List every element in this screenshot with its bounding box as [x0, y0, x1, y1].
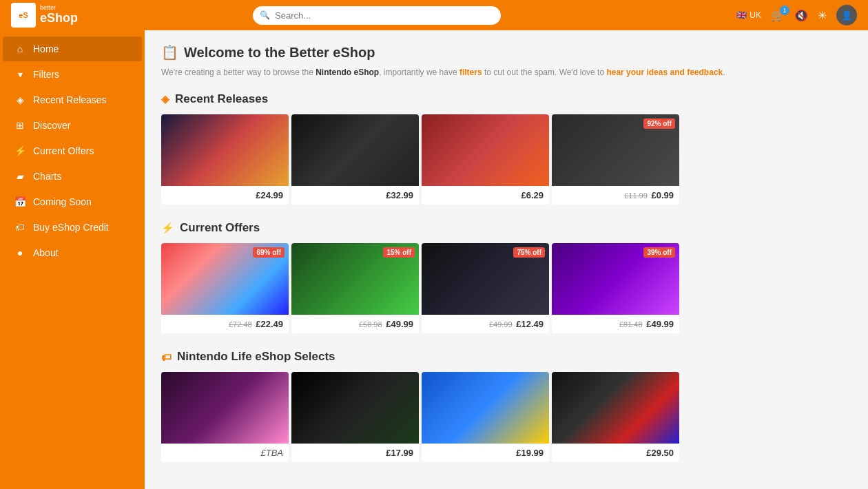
desc-suffix: to cut out the spam. We'd love to: [482, 67, 607, 77]
cart-button[interactable]: 🛒 1: [771, 9, 785, 22]
game-image-powerrangers: [552, 372, 679, 444]
sidebar-item-about[interactable]: ● About: [3, 240, 142, 265]
game-image-anime1: [161, 372, 289, 444]
price-value-mariokart: £22.49: [256, 319, 283, 329]
sidebar: ⌂ Home ▾ Filters ◈ Recent Releases ⊞ Dis…: [0, 30, 145, 489]
game-image-ys: [161, 114, 289, 186]
recent-releases-icon: ◈: [161, 93, 169, 105]
sidebar-item-home[interactable]: ⌂ Home: [3, 37, 142, 61]
search-icon: 🔍: [260, 10, 270, 20]
sidebar-label-offers: Current Offers: [33, 145, 94, 156]
currency-label: UK: [750, 10, 761, 20]
logo-eshop: eShop: [40, 11, 78, 25]
filters-link[interactable]: filters: [459, 67, 482, 77]
sidebar-label-about: About: [33, 247, 59, 258]
old-price-mariokart: £72.48: [229, 320, 252, 329]
old-price-luigis: £58.98: [359, 320, 382, 329]
price-value-ys: £24.99: [256, 190, 283, 200]
filters-icon: ▾: [14, 69, 26, 80]
logo[interactable]: eS better eShop: [11, 3, 135, 28]
user-avatar[interactable]: 👤: [836, 5, 857, 25]
game-price-antblast: £17.99: [291, 444, 419, 462]
game-image-military: 92% off: [552, 114, 679, 186]
selects-grid-wrapper: £TBA £17.99: [161, 372, 851, 465]
game-card-arcade[interactable]: £6.29: [422, 114, 549, 205]
sidebar-label-charts: Charts: [33, 171, 61, 182]
price-value-military: £0.99: [651, 190, 674, 200]
game-price-ys: £24.99: [161, 186, 289, 205]
cart-badge: 1: [780, 6, 789, 15]
flag-icon: 🇬🇧: [736, 10, 747, 20]
welcome-section: 📋 Welcome to the Better eShop We're crea…: [161, 44, 851, 79]
game-card-powerrangers[interactable]: £29.50: [552, 372, 679, 462]
sidebar-item-charts[interactable]: ▰ Charts: [3, 164, 142, 189]
discount-badge-military: 92% off: [643, 118, 675, 129]
recent-releases-grid-wrapper: £24.99 £32.99: [161, 114, 851, 207]
desc-middle: , importantly we have: [379, 67, 459, 77]
game-thumb-hogwarts: 75% off: [422, 243, 549, 315]
welcome-title: 📋 Welcome to the Better eShop: [161, 44, 851, 61]
offers-icon: ⚡: [14, 145, 26, 156]
old-price-military: £11.99: [624, 191, 648, 200]
game-card-mariokart[interactable]: 69% off £72.48 £22.49: [161, 243, 289, 333]
game-image-luigis: 15% off: [291, 243, 419, 315]
sidebar-label-coming-soon: Coming Soon: [33, 196, 92, 207]
home-icon: ⌂: [14, 43, 26, 54]
sidebar-label-discover: Discover: [33, 120, 70, 131]
game-card-ys[interactable]: £24.99: [161, 114, 289, 205]
game-price-mariokart: £72.48 £22.49: [161, 315, 289, 333]
charts-icon: ▰: [14, 171, 26, 182]
game-card-luigis[interactable]: 15% off £58.98 £49.99: [291, 243, 419, 333]
game-card-anime1[interactable]: £TBA: [161, 372, 289, 462]
price-value-pokemon: £49.99: [646, 319, 674, 329]
price-value-powerrangers: £29.50: [646, 448, 674, 458]
recent-releases-title: Recent Releases: [175, 92, 268, 106]
current-offers-icon: ⚡: [161, 222, 174, 234]
sidebar-item-discover[interactable]: ⊞ Discover: [3, 113, 142, 138]
game-card-victory[interactable]: £19.99: [422, 372, 549, 462]
recent-releases-header: ◈ Recent Releases: [161, 92, 851, 106]
game-image-victory: [422, 372, 549, 444]
game-card-hogwarts[interactable]: 75% off £49.99 £12.49: [422, 243, 549, 333]
game-price-hogwarts: £49.99 £12.49: [422, 315, 549, 333]
game-thumb-powerrangers: [552, 372, 679, 444]
current-offers-title: Current Offers: [180, 221, 260, 235]
settings-button[interactable]: ✳: [818, 9, 827, 22]
recent-releases-section: ◈ Recent Releases £24.99: [161, 92, 851, 207]
price-value-freedom: £32.99: [386, 190, 413, 200]
current-offers-section: ⚡ Current Offers 69% off £72.48 £22.49: [161, 221, 851, 336]
price-value-hogwarts: £12.49: [516, 319, 544, 329]
sidebar-label-buy-credit: Buy eShop Credit: [33, 222, 109, 233]
game-price-luigis: £58.98 £49.99: [291, 315, 419, 333]
game-card-freedom[interactable]: £32.99: [291, 114, 419, 205]
game-card-antblast[interactable]: £17.99: [291, 372, 419, 462]
sidebar-item-filters[interactable]: ▾ Filters: [3, 62, 142, 87]
discover-icon: ⊞: [14, 120, 26, 131]
selects-title: Nintendo Life eShop Selects: [177, 350, 335, 364]
desc-end: .: [723, 67, 725, 77]
search-input[interactable]: [253, 6, 501, 25]
current-offers-grid-wrapper: 69% off £72.48 £22.49 15% off: [161, 243, 851, 336]
desc-prefix: We're creating a better way to browse th…: [161, 67, 316, 77]
volume-button[interactable]: 🔇: [794, 9, 808, 22]
sidebar-item-coming-soon[interactable]: 📅 Coming Soon: [3, 189, 142, 214]
game-thumb-antblast: [291, 372, 419, 444]
price-value-arcade: £6.29: [521, 190, 544, 200]
sidebar-item-buy-credit[interactable]: 🏷 Buy eShop Credit: [3, 215, 142, 240]
search-bar[interactable]: 🔍: [253, 6, 501, 25]
game-thumb-military: 92% off: [552, 114, 679, 186]
game-price-pokemon: £81.48 £49.99: [552, 315, 679, 333]
desc-eshop: Nintendo eShop: [316, 67, 379, 77]
game-image-freedom: [291, 114, 419, 186]
selects-section: 🏷 Nintendo Life eShop Selects £TBA: [161, 350, 851, 465]
feedback-link[interactable]: hear your ideas and feedback: [606, 67, 723, 77]
old-price-pokemon: £81.48: [619, 320, 643, 329]
selects-grid: £TBA £17.99: [161, 372, 851, 462]
main-content: 📋 Welcome to the Better eShop We're crea…: [145, 30, 868, 489]
game-card-military[interactable]: 92% off £11.99 £0.99: [552, 114, 679, 205]
currency-selector[interactable]: 🇬🇧 UK: [736, 10, 761, 20]
sidebar-item-current-offers[interactable]: ⚡ Current Offers: [3, 138, 142, 163]
topnav: eS better eShop 🔍 🇬🇧 UK 🛒 1 🔇 ✳ 👤: [0, 0, 868, 30]
game-card-pokemon[interactable]: 39% off £81.48 £49.99: [552, 243, 679, 333]
sidebar-item-recent-releases[interactable]: ◈ Recent Releases: [3, 87, 142, 112]
